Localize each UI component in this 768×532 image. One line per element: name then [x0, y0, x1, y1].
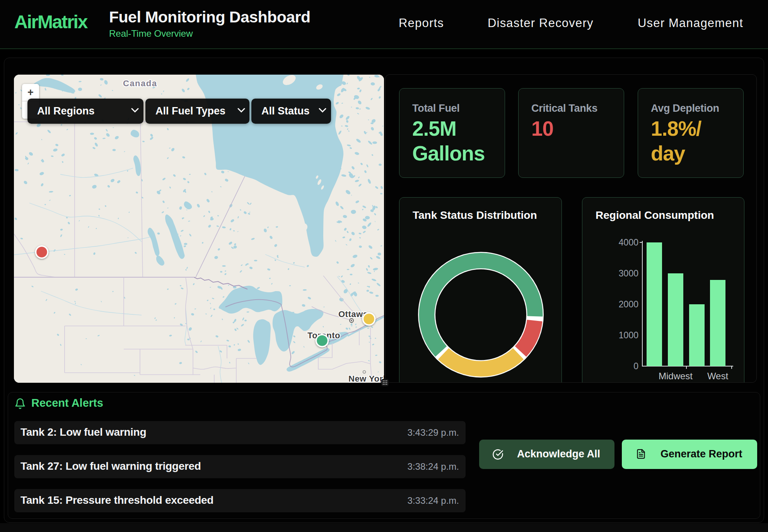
- svg-text:2000: 2000: [619, 299, 638, 309]
- svg-text:Midwest: Midwest: [659, 371, 693, 381]
- svg-text:West: West: [707, 371, 729, 381]
- svg-text:4000: 4000: [619, 237, 638, 247]
- svg-text:Canada: Canada: [123, 78, 157, 88]
- svg-text:New York: New York: [348, 374, 384, 383]
- svg-text:3000: 3000: [619, 268, 638, 278]
- svg-text:1000: 1000: [619, 330, 638, 340]
- svg-text:0: 0: [633, 361, 638, 371]
